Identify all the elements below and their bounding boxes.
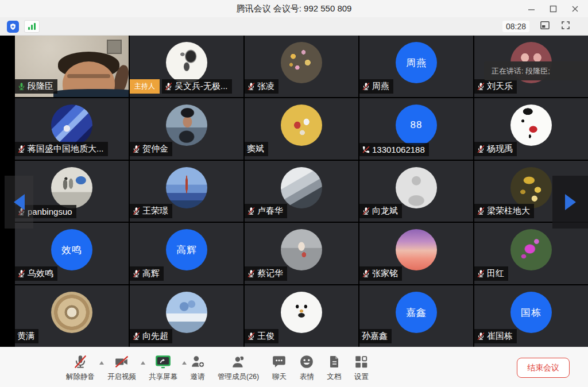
participant-tile[interactable]: 张家铭	[359, 223, 473, 284]
mic-muted-icon	[132, 332, 141, 340]
participant-tile[interactable]: 嘉鑫 孙嘉鑫	[359, 285, 473, 347]
mic-muted-icon	[477, 332, 485, 340]
participant-name-label: 乌效鸣	[15, 266, 57, 281]
mic-muted-icon	[477, 82, 485, 91]
participant-tile[interactable]: 田红	[474, 223, 588, 284]
participant-name: 王俊	[257, 331, 274, 342]
participant-tile[interactable]: 贺仲金	[130, 98, 243, 160]
toolbar-item-emoji[interactable]: 表情	[293, 353, 320, 382]
participant-name-label: 卢春华	[245, 204, 287, 218]
participant-name-label: 段隆臣	[15, 79, 57, 94]
close-button[interactable]	[566, 1, 583, 16]
participant-name: 高辉	[142, 268, 160, 279]
participant-tile[interactable]: 国栋 崔国栋	[474, 285, 588, 347]
mic-muted-icon	[362, 269, 370, 278]
participant-name-label: 田红	[474, 266, 508, 281]
participant-tile[interactable]: 向先超	[130, 285, 243, 347]
toolbar-item-share-screen[interactable]: 共享屏幕	[142, 353, 184, 382]
participant-tile[interactable]: 向龙斌	[359, 161, 473, 222]
participant-grid: 段隆臣 主持人 吴文兵-无极...	[0, 36, 588, 347]
participant-tile[interactable]: 高辉 高辉	[130, 223, 243, 284]
participant-name-label: 刘天乐	[474, 79, 517, 94]
participant-name-label: 梁荣柱地大	[474, 204, 534, 218]
participant-tile[interactable]: 周燕 周燕	[359, 36, 473, 97]
invite-icon	[190, 353, 205, 370]
participant-label-row: 窦斌	[245, 142, 268, 156]
toolbar-item-label: 表情	[300, 372, 314, 382]
participant-tile[interactable]: 段隆臣	[15, 36, 129, 97]
toolbar-item-chat[interactable]: 聊天	[265, 353, 293, 382]
close-icon	[571, 5, 579, 13]
participant-tile[interactable]: 效鸣 乌效鸣	[15, 223, 129, 284]
phone-muted-icon	[362, 145, 370, 154]
toolbar-item-unmute[interactable]: 解除静音	[60, 353, 101, 382]
participant-name: 王荣璟	[142, 206, 168, 216]
toolbar-item-label: 聊天	[272, 372, 287, 382]
participant-tile[interactable]: 主持人 吴文兵-无极...	[130, 36, 243, 97]
participant-tile[interactable]: 蔡记华	[245, 223, 358, 284]
participant-avatar	[166, 105, 207, 146]
participant-label-row: 崔国栋	[474, 329, 517, 343]
network-signal-icon[interactable]	[24, 20, 40, 33]
share-screen-icon	[154, 353, 172, 370]
toolbar-item-label: 共享屏幕	[149, 372, 177, 382]
fullscreen-icon[interactable]	[560, 20, 571, 33]
minimize-button[interactable]	[523, 1, 540, 16]
mic-muted-icon	[247, 269, 256, 278]
meeting-window: 腾讯会议 会议号: 992 550 809 08:28	[0, 0, 588, 387]
participant-label-row: 周燕	[359, 79, 393, 94]
participant-name-label: 张凌	[245, 79, 278, 94]
participant-name-label: 蒋国盛中国地质大...	[15, 142, 108, 156]
participant-name: 向先超	[142, 331, 168, 342]
participant-label-row: 王俊	[245, 329, 278, 343]
participant-label-row: 向龙斌	[359, 204, 402, 218]
layout-icon[interactable]	[539, 20, 551, 33]
participant-label-row: 乌效鸣	[15, 266, 57, 281]
participant-name: 刘天乐	[487, 81, 513, 92]
participant-label-row: 蒋国盛中国地质大...	[15, 142, 108, 156]
participant-label-row: 黄满	[15, 329, 38, 343]
toolbar-item-label: 管理成员(26)	[218, 372, 259, 382]
end-meeting-button[interactable]: 结束会议	[517, 358, 570, 378]
participant-avatar	[166, 167, 207, 208]
participant-tile[interactable]: 88 13301062188	[359, 98, 473, 160]
participant-avatar	[281, 105, 322, 146]
document-icon	[327, 353, 341, 370]
participant-avatar	[51, 167, 92, 208]
toolbar-item-invite[interactable]: 邀请	[184, 353, 211, 382]
participant-avatar	[396, 229, 437, 270]
participant-tile[interactable]: 王俊	[245, 285, 358, 347]
mic-muted-icon	[362, 207, 370, 215]
maximize-button[interactable]	[544, 1, 562, 16]
security-shield-icon[interactable]	[7, 21, 19, 33]
participant-tile[interactable]: 蒋国盛中国地质大...	[15, 98, 129, 160]
participant-label-row: 张家铭	[359, 266, 402, 281]
toolbar-item-docs[interactable]: 文档	[320, 353, 347, 382]
window-title: 腾讯会议 会议号: 992 550 809	[0, 0, 588, 17]
participant-tile[interactable]: 黄满	[15, 285, 129, 347]
participant-avatar	[510, 105, 552, 146]
participant-label-row: 段隆臣	[15, 79, 57, 94]
participant-tile[interactable]: 杨现禹	[474, 98, 588, 160]
toolbar-item-settings[interactable]: 设置	[347, 353, 375, 382]
toolbar-item-start-video[interactable]: 开启视频	[101, 353, 142, 382]
picture-frame	[107, 40, 122, 54]
participant-tile[interactable]: 窦斌	[245, 98, 358, 160]
participant-tile[interactable]: 王荣璟	[130, 161, 243, 222]
mic-muted-icon	[362, 82, 370, 91]
participant-tile[interactable]: 卢春华	[245, 161, 358, 222]
participant-name: 梁荣柱地大	[487, 206, 530, 216]
participant-name: 周燕	[372, 81, 389, 92]
participant-name-label: 吴文兵-无极...	[162, 79, 232, 94]
toolbar-item-manage-members[interactable]: 管理成员(26)	[211, 353, 265, 382]
prev-page-button[interactable]	[5, 176, 33, 229]
mic-muted-icon	[17, 269, 26, 278]
participant-name-label: 13301062188	[359, 143, 429, 156]
mic-muted-icon	[73, 353, 88, 370]
window-controls	[523, 0, 583, 17]
participant-label-row: 王荣璟	[130, 204, 172, 218]
participant-tile[interactable]: 张凌	[245, 36, 358, 97]
next-page-button[interactable]	[552, 176, 588, 229]
mic-muted-icon	[132, 207, 141, 215]
participant-name-label: 窦斌	[245, 142, 268, 156]
